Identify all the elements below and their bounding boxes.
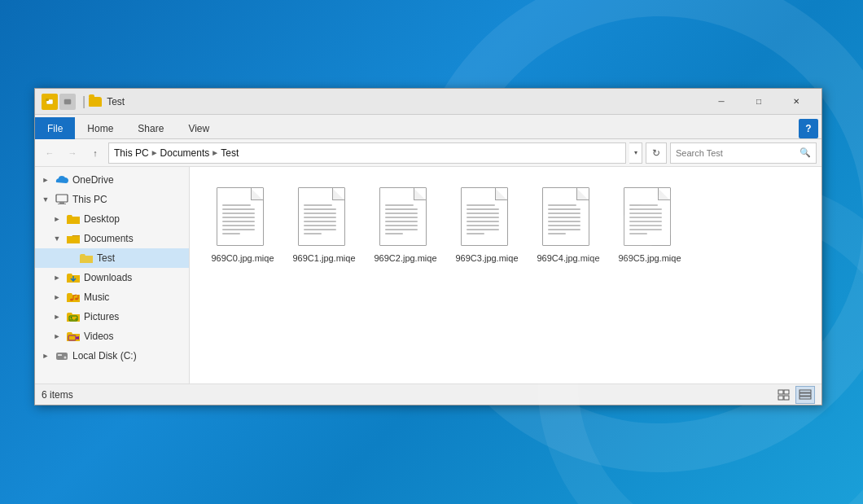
file-name-f3: 969C3.jpg.miqe (455, 252, 518, 264)
quick-access-btn2[interactable] (59, 94, 76, 110)
test-folder-icon (79, 252, 94, 265)
file-name-f5: 969C5.jpg.miqe (618, 252, 681, 264)
sidebar-item-music[interactable]: ► Music (35, 287, 189, 307)
sidebar-item-desktop[interactable]: ► Desktop (35, 209, 189, 229)
tab-file[interactable]: File (35, 117, 75, 139)
svg-rect-5 (58, 204, 66, 204)
file-item-f5[interactable]: 969C5.jpg.miqe (613, 183, 686, 268)
breadcrumb-sep1: ► (151, 148, 159, 157)
search-input[interactable] (676, 148, 796, 158)
file-item-f1[interactable]: 969C1.jpg.miqe (287, 183, 361, 268)
back-button[interactable]: ← (40, 143, 59, 163)
sidebar-videos-label: Videos (84, 331, 113, 342)
doc-icon-f1 (298, 187, 345, 246)
sidebar-item-local-disk[interactable]: ► Local Disk (C:) (35, 346, 189, 366)
svg-point-16 (64, 357, 67, 359)
svg-rect-20 (784, 396, 789, 400)
file-name-f2: 969C2.jpg.miqe (374, 252, 436, 264)
breadcrumb-documents[interactable]: Documents (160, 147, 210, 159)
ribbon-tabs: File Home Share View ? (35, 115, 821, 139)
content-area: 969C0.jpg.miqe 969C1.jpg.miqe 969C2.jpg.… (190, 167, 821, 383)
sidebar-item-documents[interactable]: ▼ Documents (35, 229, 189, 248)
svg-point-12 (71, 317, 72, 318)
doc-lines-f1 (304, 204, 340, 237)
svg-rect-4 (59, 202, 64, 204)
doc-icon-f4 (542, 187, 589, 246)
sidebar-downloads-label: Downloads (84, 272, 132, 283)
file-item-f4[interactable]: 969C4.jpg.miqe (532, 183, 605, 268)
sidebar-documents-label: Documents (84, 233, 134, 244)
doc-icon-f2 (379, 187, 427, 246)
view-controls (774, 386, 815, 404)
expand-local-disk-icon: ► (40, 350, 51, 362)
explorer-window: | Test ─ □ ✕ File Home Share View ? ← → … (34, 88, 822, 405)
breadcrumb-this-pc[interactable]: This PC (114, 147, 149, 159)
sidebar-music-label: Music (84, 291, 109, 303)
doc-icon-f5 (624, 187, 671, 246)
svg-rect-17 (778, 390, 783, 394)
help-button[interactable]: ? (799, 119, 818, 138)
doc-lines-f4 (548, 204, 584, 237)
title-separator: | (82, 94, 85, 109)
maximize-button[interactable]: □ (740, 89, 778, 115)
svg-rect-22 (799, 393, 811, 396)
address-dropdown-button[interactable]: ▾ (629, 142, 642, 164)
tab-view[interactable]: View (176, 117, 221, 139)
svg-rect-14 (56, 353, 68, 360)
expand-documents-icon: ▼ (51, 233, 63, 244)
breadcrumb-sep2: ► (211, 148, 219, 157)
address-bar[interactable]: This PC ► Documents ► Test (108, 142, 626, 164)
sidebar-item-this-pc[interactable]: ▼ This PC (35, 190, 189, 209)
tab-share[interactable]: Share (125, 117, 176, 139)
onedrive-icon (55, 173, 69, 186)
sidebar-pictures-label: Pictures (84, 311, 119, 322)
forward-button[interactable]: → (63, 143, 82, 163)
close-button[interactable]: ✕ (778, 89, 815, 115)
breadcrumb-test[interactable]: Test (221, 147, 239, 159)
doc-lines-f5 (629, 204, 665, 237)
file-item-f0[interactable]: 969C0.jpg.miqe (206, 183, 279, 268)
quick-access-pins (42, 94, 76, 110)
sidebar-this-pc-label: This PC (72, 194, 107, 205)
expand-downloads-icon: ► (51, 272, 63, 283)
downloads-icon (66, 271, 81, 284)
computer-icon (55, 193, 69, 206)
file-item-f3[interactable]: 969C3.jpg.miqe (450, 183, 523, 268)
minimize-button[interactable]: ─ (703, 89, 740, 115)
doc-lines-f0 (222, 204, 258, 237)
svg-rect-15 (58, 354, 62, 356)
breadcrumb: This PC ► Documents ► Test (114, 147, 239, 159)
sidebar: ► OneDrive ▼ This PC (35, 167, 190, 383)
sidebar-item-downloads[interactable]: ► Downloads (35, 268, 189, 287)
svg-rect-3 (56, 195, 68, 202)
expand-videos-icon: ► (51, 331, 63, 342)
title-bar: | Test ─ □ ✕ (35, 89, 821, 115)
list-view-button[interactable] (774, 386, 794, 404)
refresh-button[interactable]: ↻ (646, 142, 667, 164)
up-button[interactable]: ↑ (85, 143, 105, 163)
music-icon (66, 291, 81, 304)
sidebar-item-onedrive[interactable]: ► OneDrive (35, 170, 189, 190)
expand-desktop-icon: ► (51, 213, 63, 225)
tab-home[interactable]: Home (75, 117, 125, 139)
search-bar[interactable]: 🔍 (670, 142, 817, 164)
sidebar-item-pictures[interactable]: ► Pictures (35, 307, 189, 327)
documents-folder-icon (66, 232, 81, 245)
title-folder-icon (89, 96, 102, 107)
svg-rect-1 (46, 99, 49, 101)
doc-lines-f3 (467, 204, 502, 237)
window-controls: ─ □ ✕ (703, 89, 815, 115)
file-item-f2[interactable]: 969C2.jpg.miqe (369, 183, 442, 268)
sidebar-test-label: Test (97, 252, 115, 264)
file-name-f0: 969C0.jpg.miqe (211, 252, 274, 264)
expand-onedrive-icon: ► (40, 174, 51, 186)
sidebar-item-videos[interactable]: ► Videos (35, 327, 189, 346)
expand-this-pc-icon: ▼ (40, 194, 51, 205)
sidebar-local-disk-label: Local Disk (C:) (72, 350, 137, 362)
quick-access-btn1[interactable] (42, 94, 58, 110)
tiles-view-button[interactable] (795, 386, 815, 404)
file-icon-f2 (379, 187, 432, 249)
disk-icon (55, 349, 69, 362)
file-icon-f0 (217, 187, 269, 249)
sidebar-item-test[interactable]: Test (35, 248, 189, 268)
